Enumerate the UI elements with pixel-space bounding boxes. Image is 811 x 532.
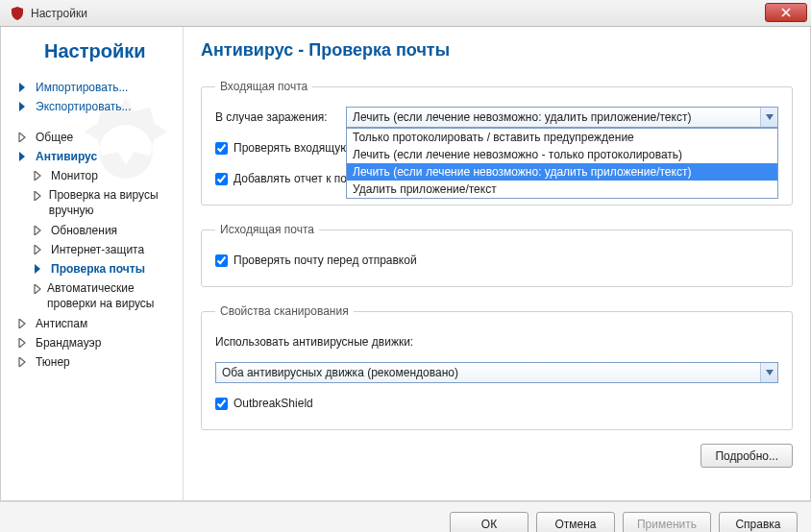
on-infection-dropdown: Только протоколировать / вставить предуп… (346, 128, 778, 199)
engine-combo[interactable]: Оба антивирусных движка (рекомендовано) (215, 362, 778, 383)
triangle-right-icon (18, 83, 30, 92)
chevron-right-icon (34, 226, 45, 235)
sidebar-import[interactable]: Импортировать... (1, 78, 183, 97)
combo-value: Лечить (если лечение невозможно: удалить… (353, 110, 691, 124)
dropdown-option[interactable]: Лечить (если лечение невозможно: удалить… (347, 163, 777, 181)
window-title: Настройки (31, 7, 87, 20)
dropdown-option[interactable]: Лечить (если лечение невозможно - только… (347, 146, 777, 163)
outbreak-checkbox[interactable] (215, 398, 228, 410)
app-shield-icon (10, 6, 25, 21)
check-before-send-label: Проверять почту перед отправкой (233, 254, 417, 267)
footer: ОК Отмена Применить Справка (0, 501, 811, 532)
triangle-right-icon (34, 264, 45, 274)
triangle-right-icon (18, 152, 30, 161)
fieldset-scan: Свойства сканирования Использовать антив… (201, 304, 793, 430)
sidebar-item-tuner[interactable]: Тюнер (1, 352, 183, 372)
check-before-send-checkbox[interactable] (215, 254, 228, 267)
chevron-right-icon (18, 357, 30, 367)
outbreak-label: OutbreakShield (233, 397, 313, 410)
sidebar-item-auto-scan[interactable]: Автоматические проверки на вирусы (1, 278, 183, 314)
main-panel: Антивирус - Проверка почты Входящая почт… (184, 27, 810, 500)
sidebar-item-web-protection[interactable]: Интернет-защита (1, 240, 183, 259)
chevron-down-icon (760, 108, 777, 127)
legend-scan: Свойства сканирования (215, 304, 354, 318)
sidebar-header: Настройки (1, 36, 183, 78)
chevron-right-icon (18, 338, 30, 348)
combo-value: Оба антивирусных движка (рекомендовано) (222, 366, 458, 379)
fieldset-outgoing: Исходящая почта Проверять почту перед от… (201, 223, 793, 287)
ok-button[interactable]: ОК (450, 512, 528, 532)
sidebar: Настройки Импортировать... Экспортироват… (1, 27, 184, 500)
check-incoming-checkbox[interactable] (215, 142, 228, 155)
sidebar-export[interactable]: Экспортировать... (1, 97, 183, 116)
engine-label: Использовать антивирусные движки: (215, 335, 413, 349)
chevron-right-icon (34, 245, 45, 254)
sidebar-item-firewall[interactable]: Брандмауэр (1, 333, 183, 352)
on-infection-label: В случае заражения: (215, 110, 338, 124)
on-infection-combo[interactable]: Лечить (если лечение невозможно: удалить… (346, 107, 778, 128)
add-report-label: Добавлять отчет к по (233, 172, 347, 185)
chevron-right-icon (34, 284, 41, 294)
details-button[interactable]: Подробно... (700, 444, 793, 468)
sidebar-item-mail-check[interactable]: Проверка почты (1, 259, 183, 278)
dropdown-option[interactable]: Только протоколировать / вставить предуп… (347, 129, 777, 146)
sidebar-item-manual-scan[interactable]: Проверка на вирусы вручную (1, 185, 183, 221)
add-report-checkbox[interactable] (215, 173, 228, 185)
sidebar-item-antivirus[interactable]: Антивирус (1, 147, 183, 166)
dropdown-option[interactable]: Удалить приложение/текст (347, 181, 777, 198)
fieldset-incoming: Входящая почта В случае заражения: Лечит… (201, 80, 793, 206)
sidebar-item-antispam[interactable]: Антиспам (1, 314, 183, 333)
chevron-right-icon (18, 319, 30, 328)
chevron-down-icon (760, 363, 777, 382)
legend-incoming: Входящая почта (215, 80, 312, 93)
close-button[interactable] (765, 3, 807, 22)
cancel-button[interactable]: Отмена (536, 512, 615, 532)
chevron-right-icon (18, 133, 30, 142)
triangle-right-icon (18, 102, 30, 111)
help-button[interactable]: Справка (719, 512, 798, 532)
sidebar-item-updates[interactable]: Обновления (1, 221, 183, 240)
sidebar-item-monitor[interactable]: Монитор (1, 166, 183, 185)
titlebar: Настройки (0, 0, 811, 27)
chevron-right-icon (34, 171, 45, 181)
legend-outgoing: Исходящая почта (215, 223, 319, 236)
apply-button[interactable]: Применить (623, 512, 711, 532)
chevron-right-icon (34, 191, 43, 201)
sidebar-item-general[interactable]: Общее (1, 128, 183, 147)
page-title: Антивирус - Проверка почты (201, 40, 793, 60)
check-incoming-label: Проверять входящую (233, 141, 349, 155)
